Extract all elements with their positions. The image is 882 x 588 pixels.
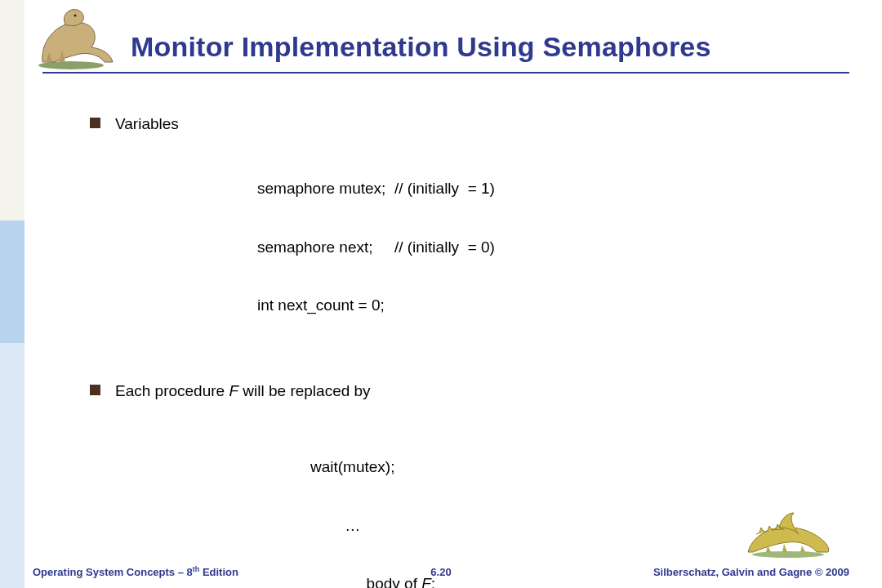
- text-fragment: will be replaced by: [238, 382, 371, 399]
- code-line: semaphore mutex; // (initially = 1): [257, 179, 825, 198]
- svg-point-1: [74, 14, 76, 16]
- footer-left: Operating System Concepts – 8th Edition: [33, 565, 238, 578]
- title-rule: [42, 72, 849, 74]
- side-band-mid: [0, 220, 24, 343]
- text-fragment: Each procedure: [115, 382, 229, 399]
- italic-f: F: [229, 382, 238, 399]
- bullet-item: Each procedure F will be replaced by: [90, 381, 825, 401]
- dinosaur-footer-icon: [743, 510, 833, 562]
- code-block-variables: semaphore mutex; // (initially = 1) sema…: [257, 140, 825, 354]
- slide: Monitor Implementation Using Semaphores …: [0, 0, 882, 588]
- code-line: wait(mutex);: [310, 457, 825, 477]
- footer: Operating System Concepts – 8th Edition …: [33, 565, 849, 578]
- side-band-top: [0, 0, 24, 220]
- text-fragment: Edition: [199, 566, 238, 578]
- content-area: Variables semaphore mutex; // (initially…: [90, 114, 825, 588]
- bullet-text: Each procedure F will be replaced by: [115, 381, 371, 401]
- slide-title: Monitor Implementation Using Semaphores: [131, 31, 711, 63]
- code-line: semaphore next; // (initially = 0): [257, 238, 825, 257]
- bullet-square-icon: [90, 118, 100, 128]
- side-band-bot: [0, 343, 24, 588]
- footer-sup: th: [193, 565, 200, 573]
- bullet-square-icon: [90, 385, 100, 395]
- bullet-item: Variables: [90, 114, 825, 134]
- code-line: int next_count = 0;: [257, 296, 825, 315]
- footer-center: 6.20: [430, 566, 451, 578]
- code-block-procedure: wait(mutex); … body of F; … if (next_cou…: [310, 419, 825, 588]
- footer-right: Silberschatz, Galvin and Gagne © 2009: [653, 566, 849, 578]
- text-fragment: Operating System Concepts – 8: [33, 566, 193, 578]
- side-strip: [0, 0, 24, 588]
- bullet-text: Variables: [115, 114, 179, 134]
- dinosaur-header-icon: [26, 7, 116, 74]
- svg-point-2: [752, 551, 824, 558]
